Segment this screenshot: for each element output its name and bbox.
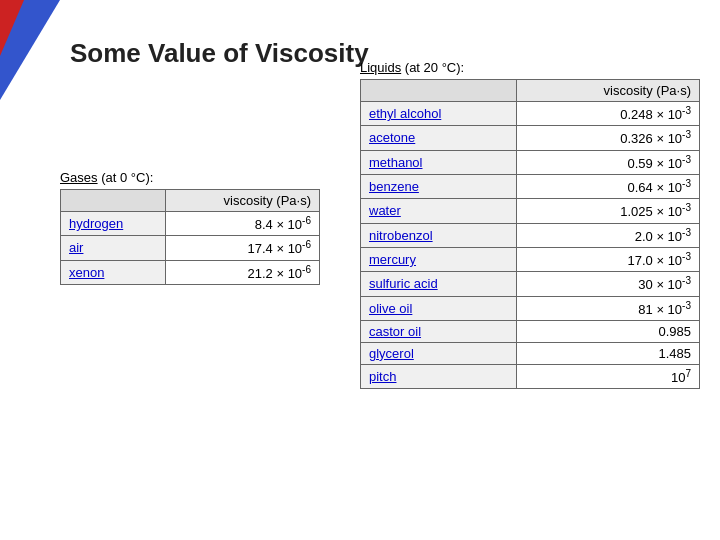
liquids-table-row: nitrobenzol2.0 × 10-3 (361, 223, 700, 247)
liquids-substance[interactable]: olive oil (361, 296, 517, 320)
liquids-table-row: ethyl alcohol0.248 × 10-3 (361, 102, 700, 126)
gases-substance[interactable]: xenon (61, 260, 166, 284)
liquids-section: Liquids (at 20 °C): viscosity (Pa·s) eth… (360, 60, 700, 389)
liquids-value: 107 (517, 364, 700, 388)
gases-value: 8.4 × 10-6 (166, 212, 320, 236)
liquids-table-row: glycerol1.485 (361, 342, 700, 364)
liquids-table-row: mercury17.0 × 10-3 (361, 247, 700, 271)
gases-section: Gases (at 0 °C): viscosity (Pa·s) hydrog… (60, 170, 320, 285)
liquids-value: 2.0 × 10-3 (517, 223, 700, 247)
liquids-substance[interactable]: pitch (361, 364, 517, 388)
liquids-substance[interactable]: acetone (361, 126, 517, 150)
gases-substance[interactable]: air (61, 236, 166, 260)
liquids-table-row: sulfuric acid30 × 10-3 (361, 272, 700, 296)
liquids-substance[interactable]: methanol (361, 150, 517, 174)
liquids-value: 1.485 (517, 342, 700, 364)
liquids-substance[interactable]: benzene (361, 174, 517, 198)
gases-value: 17.4 × 10-6 (166, 236, 320, 260)
liquids-header: Liquids (at 20 °C): (360, 60, 700, 75)
liquids-value: 0.64 × 10-3 (517, 174, 700, 198)
liquids-table-row: water1.025 × 10-3 (361, 199, 700, 223)
liquids-substance[interactable]: mercury (361, 247, 517, 271)
gases-col-substance (61, 190, 166, 212)
liquids-table: viscosity (Pa·s) ethyl alcohol0.248 × 10… (360, 79, 700, 389)
liquids-value: 0.248 × 10-3 (517, 102, 700, 126)
liquids-table-row: methanol0.59 × 10-3 (361, 150, 700, 174)
liquids-value: 0.326 × 10-3 (517, 126, 700, 150)
gases-table: viscosity (Pa·s) hydrogen8.4 × 10-6air17… (60, 189, 320, 285)
liquids-value: 1.025 × 10-3 (517, 199, 700, 223)
gases-header: Gases (at 0 °C): (60, 170, 320, 185)
liquids-col-viscosity: viscosity (Pa·s) (517, 80, 700, 102)
liquids-table-row: olive oil81 × 10-3 (361, 296, 700, 320)
gases-table-row: hydrogen8.4 × 10-6 (61, 212, 320, 236)
liquids-value: 17.0 × 10-3 (517, 247, 700, 271)
liquids-col-substance (361, 80, 517, 102)
liquids-substance[interactable]: ethyl alcohol (361, 102, 517, 126)
liquids-substance[interactable]: water (361, 199, 517, 223)
gases-table-row: air17.4 × 10-6 (61, 236, 320, 260)
liquids-substance[interactable]: nitrobenzol (361, 223, 517, 247)
liquids-value: 81 × 10-3 (517, 296, 700, 320)
liquids-table-row: benzene0.64 × 10-3 (361, 174, 700, 198)
liquids-value: 0.59 × 10-3 (517, 150, 700, 174)
gases-substance[interactable]: hydrogen (61, 212, 166, 236)
gases-col-viscosity: viscosity (Pa·s) (166, 190, 320, 212)
liquids-value: 30 × 10-3 (517, 272, 700, 296)
liquids-table-row: pitch107 (361, 364, 700, 388)
liquids-substance[interactable]: sulfuric acid (361, 272, 517, 296)
liquids-substance[interactable]: glycerol (361, 342, 517, 364)
gases-value: 21.2 × 10-6 (166, 260, 320, 284)
liquids-table-row: acetone0.326 × 10-3 (361, 126, 700, 150)
liquids-substance[interactable]: castor oil (361, 320, 517, 342)
page-title: Some Value of Viscosity (70, 38, 369, 69)
gases-table-row: xenon21.2 × 10-6 (61, 260, 320, 284)
liquids-value: 0.985 (517, 320, 700, 342)
liquids-table-row: castor oil0.985 (361, 320, 700, 342)
